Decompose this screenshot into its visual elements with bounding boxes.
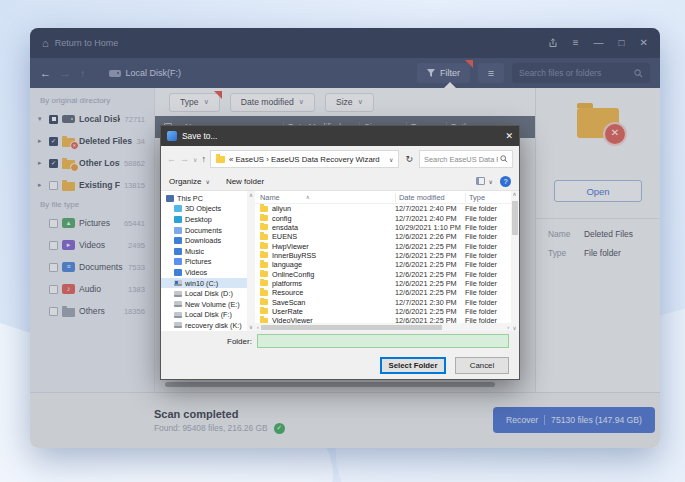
chevron-down-icon: ∨ <box>205 178 209 185</box>
dialog-file-row[interactable]: UserRate 12/6/2021 2:25 PM File folder <box>255 307 511 316</box>
dialog-search-input[interactable] <box>424 155 498 164</box>
tree-item-icon <box>174 216 182 223</box>
dialog-column-name[interactable]: Name ∧ <box>255 193 395 202</box>
dialog-address-bar[interactable]: « EaseUS › EaseUS Data Recovery Wizard ∨ <box>210 150 400 168</box>
dialog-file-row[interactable]: InnerBuyRSS 12/6/2021 2:25 PM File folde… <box>255 251 511 260</box>
dialog-tree-item[interactable]: Downloads <box>161 235 247 246</box>
dialog-file-row[interactable]: SaveScan 12/7/2021 2:30 PM File folder <box>255 297 511 306</box>
address-dropdown-icon[interactable]: ∨ <box>389 156 393 163</box>
scrollbar-thumb[interactable] <box>512 201 518 235</box>
sort-icon: ∧ <box>306 194 310 200</box>
tree-item-label: Local Disk (F:) <box>185 310 232 319</box>
scroll-up-icon[interactable]: ∧ <box>249 192 253 198</box>
dialog-tree-item[interactable]: Videos <box>161 267 247 278</box>
dialog-file-row[interactable]: EUENS 12/6/2021 2:26 PM File folder <box>255 232 511 241</box>
tree-item-icon <box>174 237 182 244</box>
dialog-file-row[interactable]: aliyun 12/7/2021 2:40 PM File folder <box>255 204 511 213</box>
file-type: File folder <box>465 251 511 260</box>
select-folder-button[interactable]: Select Folder <box>380 357 446 374</box>
file-type: File folder <box>465 316 511 323</box>
tree-item-label: Local Disk (D:) <box>185 289 233 298</box>
view-options-button[interactable]: ∨ <box>476 177 493 185</box>
dialog-column-type[interactable]: Type <box>465 193 511 202</box>
dialog-tree-item[interactable]: Pictures <box>161 257 247 268</box>
dialog-file-row[interactable]: Resource 12/6/2021 2:25 PM File folder <box>255 288 511 297</box>
file-name-cell: aliyun <box>255 204 395 213</box>
dialog-up-icon[interactable]: ↑ <box>201 154 206 164</box>
folder-icon <box>260 224 268 230</box>
dialog-column-date[interactable]: Date modified <box>395 193 465 202</box>
dialog-title: Save to... <box>182 131 217 141</box>
dialog-file-row[interactable]: platforms 12/6/2021 2:25 PM File folder <box>255 279 511 288</box>
folder-name-input[interactable] <box>257 334 509 348</box>
organize-menu[interactable]: Organize ∨ <box>169 177 210 186</box>
file-date: 12/6/2021 2:25 PM <box>395 251 465 260</box>
scroll-down-icon[interactable]: ∨ <box>249 324 253 330</box>
dialog-tree-item[interactable]: New Volume (E:) <box>161 299 247 310</box>
file-name-cell: config <box>255 214 395 223</box>
scroll-left-icon[interactable]: ‹ <box>257 324 259 330</box>
dialog-close-button[interactable]: ✕ <box>505 131 513 141</box>
dialog-back-icon[interactable]: ← <box>167 154 176 164</box>
dialog-horizontal-scrollbar[interactable]: ‹ › <box>255 323 511 331</box>
dialog-tree-item[interactable]: Local Disk (D:) <box>161 288 247 299</box>
dialog-search-box[interactable] <box>419 150 513 168</box>
tree-item-label: Videos <box>185 268 207 277</box>
tree-item-icon <box>174 269 182 276</box>
dialog-history-caret-icon[interactable]: ∨ <box>193 156 197 163</box>
dialog-file-row[interactable]: language 12/6/2021 2:25 PM File folder <box>255 260 511 269</box>
columns-view-icon <box>476 177 485 185</box>
help-button[interactable]: ? <box>500 176 511 187</box>
dialog-tree-item[interactable]: 3D Objects <box>161 204 247 215</box>
tree-item-icon <box>174 205 182 212</box>
file-name: EUENS <box>272 232 297 241</box>
dialog-forward-icon[interactable]: → <box>180 154 189 164</box>
file-name: HwpViewer <box>272 242 309 251</box>
tree-item-label: 3D Objects <box>185 204 221 213</box>
dialog-file-row[interactable]: config 12/7/2021 2:40 PM File folder <box>255 213 511 222</box>
tree-scrollbar[interactable]: ∧ ∨ <box>247 191 255 331</box>
dialog-file-row[interactable]: OnlineConfig 12/6/2021 2:25 PM File fold… <box>255 269 511 278</box>
dialog-file-row[interactable]: ensdata 10/29/2021 1:10 PM File folder <box>255 223 511 232</box>
dialog-path[interactable]: « EaseUS › EaseUS Data Recovery Wizard <box>229 155 385 164</box>
dialog-file-row[interactable]: HwpViewer 12/6/2021 2:25 PM File folder <box>255 241 511 250</box>
cancel-button[interactable]: Cancel <box>455 357 509 374</box>
dialog-file-row[interactable]: VideoViewer 12/6/2021 2:25 PM File folde… <box>255 316 511 323</box>
file-date: 12/6/2021 2:25 PM <box>395 260 465 269</box>
file-date: 12/6/2021 2:25 PM <box>395 288 465 297</box>
dialog-tree-item[interactable]: Local Disk (F:) <box>161 310 247 321</box>
file-date: 12/6/2021 2:26 PM <box>395 232 465 241</box>
dialog-tree-item[interactable]: This PC <box>161 193 247 204</box>
file-name-cell: ensdata <box>255 223 395 232</box>
tree-item-label: This PC <box>177 194 203 203</box>
tree-item-label: Pictures <box>185 257 211 266</box>
tree-item-label: Desktop <box>185 215 212 224</box>
tree-item-icon <box>174 301 182 307</box>
tree-item-icon <box>174 280 182 286</box>
file-name-cell: platforms <box>255 279 395 288</box>
file-name: InnerBuyRSS <box>272 251 316 260</box>
dialog-vertical-scrollbar[interactable] <box>511 191 519 331</box>
file-name: config <box>272 214 291 223</box>
file-name: aliyun <box>272 204 291 213</box>
file-type: File folder <box>465 270 511 279</box>
dialog-file-rows: aliyun 12/7/2021 2:40 PM File folder con… <box>255 204 511 323</box>
dialog-titlebar[interactable]: Save to... ✕ <box>161 126 519 146</box>
new-folder-button[interactable]: New folder <box>226 177 264 186</box>
scroll-right-icon[interactable]: › <box>507 324 509 330</box>
dialog-command-bar: Organize ∨ New folder ∨ ? <box>161 172 519 191</box>
dialog-tree-item[interactable]: Music <box>161 246 247 257</box>
dialog-tree-item[interactable]: Documents <box>161 225 247 236</box>
refresh-icon[interactable]: ↻ <box>405 154 413 164</box>
file-date: 12/6/2021 2:25 PM <box>395 307 465 316</box>
dialog-tree-item[interactable]: recovery disk (K:) <box>161 320 247 331</box>
dialog-folder-tree: This PC 3D Objects Desktop Documents Dow… <box>161 191 247 331</box>
file-date: 12/6/2021 2:25 PM <box>395 242 465 251</box>
folder-icon <box>260 318 268 323</box>
dialog-nav-bar: ← → ∨ ↑ « EaseUS › EaseUS Data Recovery … <box>161 146 519 172</box>
dialog-tree-item[interactable]: win10 (C:) <box>161 278 247 289</box>
file-type: File folder <box>465 260 511 269</box>
dialog-tree-item[interactable]: Desktop <box>161 214 247 225</box>
scrollbar-thumb[interactable] <box>261 325 442 330</box>
tree-item-icon <box>174 312 182 318</box>
